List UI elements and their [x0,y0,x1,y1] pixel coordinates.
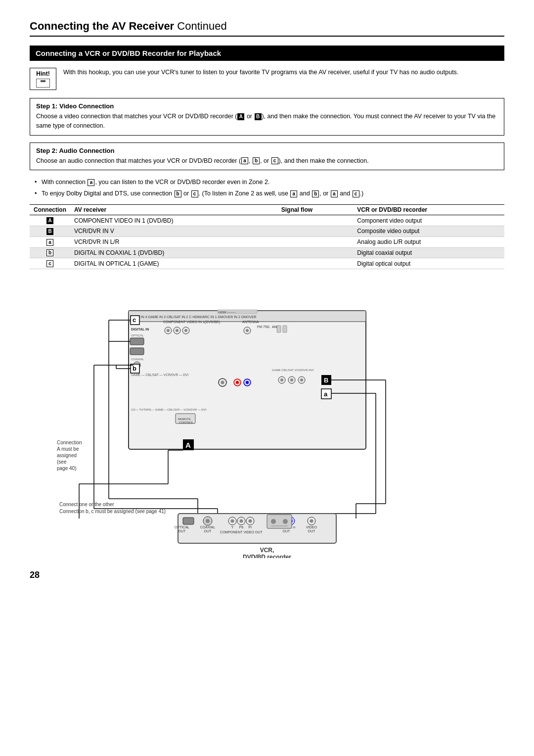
row-flow-a [277,236,353,247]
svg-text:page 40): page 40) [57,466,76,471]
row-vcr-B: Composite video output [353,226,504,236]
monitor-icon [36,79,50,88]
svg-text:c: c [133,316,136,324]
step2-title: Step 2: Audio Connection [36,147,498,154]
svg-point-84 [206,519,210,523]
svg-text:DIGITAL IN: DIGITAL IN [131,328,149,331]
badge-c2: c [353,190,359,197]
svg-text:(see: (see [57,459,67,465]
svg-text:Connect one or the other: Connect one or the other [59,502,114,507]
page-title: Connecting the AV Receiver Continued [30,20,504,33]
diagram-area: IN 3 IN 4 GAME IN 3 CBL/SAT IN 2 C HDMI/… [30,281,504,558]
badge-B: B [255,113,262,120]
svg-text:VIDEO: VIDEO [306,525,317,529]
svg-text:Connection b, c must be assign: Connection b, c must be assigned (see pa… [59,509,166,514]
svg-point-88 [231,520,234,523]
svg-text:A must be: A must be [57,446,79,452]
connection-diagram: IN 3 IN 4 GAME IN 3 CBL/SAT IN 2 C HDMI/… [30,281,504,558]
svg-rect-25 [283,326,287,332]
connection-table: Connection AV receiver Signal flow VCR o… [30,204,504,269]
svg-text:a: a [324,390,328,398]
badge-a2: a [290,190,297,197]
svg-point-39 [300,378,303,381]
svg-text:COMPONENT VIDEO OUT: COMPONENT VIDEO OUT [220,530,263,534]
svg-rect-110 [267,515,292,528]
svg-text:OPTICAL: OPTICAL [175,525,189,529]
badge-b2: b [312,190,319,197]
svg-rect-80 [183,518,194,524]
section-header: Connecting a VCR or DVD/BD Recorder for … [30,46,504,61]
svg-point-14 [167,329,170,332]
page-title-area: Connecting the AV Receiver Continued [30,20,504,37]
table-row: b DIGITAL IN COAXIAL 1 (DVD/BD) Digital … [30,247,504,258]
svg-text:VCR,: VCR, [260,547,274,554]
table-row: c DIGITAL IN OPTICAL 1 (GAME) Digital op… [30,258,504,269]
svg-text:CONTROL: CONTROL [179,421,194,424]
row-flow-A [277,215,353,226]
bullet-list: With connection a, you can listen to the… [30,177,504,198]
svg-text:ANTENNA: ANTENNA [242,320,259,324]
svg-rect-8 [130,348,144,355]
col-connection: Connection [30,205,70,215]
col-av-receiver: AV receiver [70,205,277,215]
badge-b-inline: b [175,190,181,197]
svg-point-21 [246,329,249,332]
hint-container: Hint! With this hookup, you can use your… [30,68,504,90]
bullet-item-1: With connection a, you can listen to the… [35,177,504,187]
row-badge-a: a [46,239,53,246]
step2-box: Step 2: Audio Connection Choose an audio… [30,142,504,170]
badge-A: A [237,113,244,120]
row-badge-c: c [46,260,53,267]
svg-text:OUT: OUT [204,529,212,533]
badge-a-inline: a [88,179,94,186]
svg-text:Pb: Pb [239,525,244,529]
badge-a3: a [331,190,338,197]
row-badge-A: A [46,217,53,224]
row-av-a: VCR/DVR IN L/R [70,236,277,247]
svg-text:AM: AM [272,325,277,329]
row-av-A: COMPONENT VIDEO IN 1 (DVD/BD) [70,215,277,226]
svg-point-16 [176,329,178,332]
row-flow-c [277,258,353,269]
svg-text:OUT: OUT [283,529,291,533]
svg-point-18 [184,329,187,332]
svg-text:CD— TV/TAPE— GAME —CBL/SAT— VC: CD— TV/TAPE— GAME —CBL/SAT— VCR/DVR — DV… [131,408,207,411]
svg-point-107 [310,520,313,523]
svg-text:B: B [324,377,328,384]
step1-box: Step 1: Video Connection Choose a video … [30,98,504,136]
step2-content: Choose an audio connection that matches … [36,156,498,166]
svg-point-32 [246,381,249,384]
row-av-b: DIGITAL IN COAXIAL 1 (DVD/BD) [70,247,277,258]
svg-point-111 [271,519,276,524]
badge-a: a [241,157,248,164]
step1-content: Choose a video connection that matches y… [36,112,498,131]
svg-text:Y: Y [231,525,234,529]
svg-text:FM 75Ω: FM 75Ω [257,325,269,329]
svg-text:assigned: assigned [57,453,77,458]
svg-point-90 [240,520,243,523]
row-av-c: DIGITAL IN OPTICAL 1 (GAME) [70,258,277,269]
row-vcr-a: Analog audio L/R output [353,236,504,247]
svg-text:IN 3   IN 4   GAME   IN 3   CB: IN 3 IN 4 GAME IN 3 CBL/SAT IN 2 C HDMI/… [134,315,257,319]
badge-b: b [253,157,260,164]
svg-text:GAME  CBL/SAT  VCR/DVR   DVI: GAME CBL/SAT VCR/DVR DVI [272,369,313,372]
table-row: A COMPONENT VIDEO IN 1 (DVD/BD) Componen… [30,215,504,226]
badge-c-inline: c [191,190,198,197]
svg-text:DVD/BD recorder: DVD/BD recorder [243,554,291,558]
svg-point-35 [280,378,283,381]
svg-point-92 [249,520,252,523]
row-vcr-b: Digital coaxial output [353,247,504,258]
svg-text:COAXIAL: COAXIAL [200,525,215,529]
svg-text:HDMI ———: HDMI ——— [219,311,236,314]
step1-title: Step 1: Video Connection [36,102,498,110]
row-badge-B: B [46,228,53,235]
hint-box: Hint! [30,68,56,90]
page-number: 28 [30,570,504,580]
badge-c: c [271,157,278,164]
col-vcr: VCR or DVD/BD recorder [353,205,504,215]
svg-point-112 [283,519,288,524]
svg-text:OPTICAL: OPTICAL [131,334,144,337]
svg-text:OUT: OUT [308,529,316,533]
svg-text:COMPONENT VIDEO IN 1(DVD/BD): COMPONENT VIDEO IN 1(DVD/BD) [163,320,220,324]
table-row: B VCR/DVR IN V Composite video output [30,226,504,236]
